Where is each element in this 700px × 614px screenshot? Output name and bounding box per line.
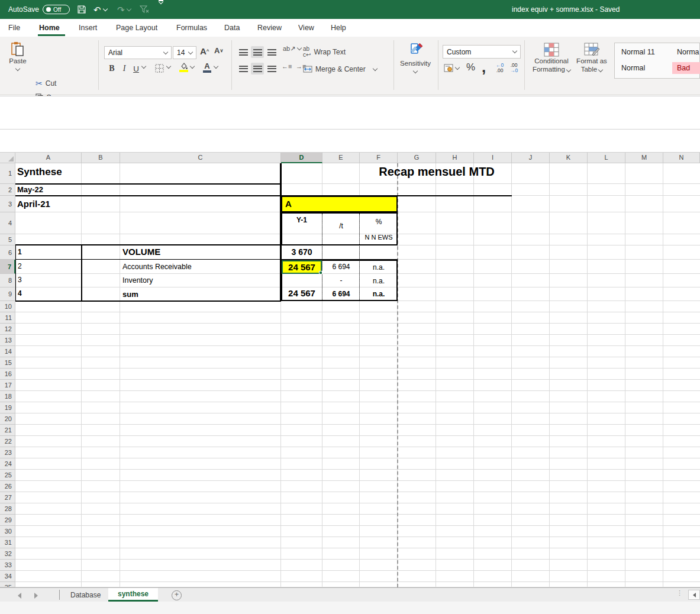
- paste-button[interactable]: Paste: [5, 41, 31, 70]
- row-header-14[interactable]: 14: [0, 346, 15, 357]
- sheet-tab-database[interactable]: Database: [61, 588, 110, 602]
- row-header-25[interactable]: 25: [0, 470, 15, 481]
- row-header-3[interactable]: 3: [0, 196, 15, 212]
- align-middle-button[interactable]: [251, 46, 264, 58]
- fill-color-menu[interactable]: [191, 66, 194, 68]
- row-header-23[interactable]: 23: [0, 447, 15, 458]
- cell-d9[interactable]: 24 567: [281, 288, 322, 298]
- decrease-indent-button[interactable]: ←≡: [282, 63, 292, 70]
- banner-title[interactable]: Recap mensuel MTD: [360, 165, 514, 179]
- row-header-24[interactable]: 24: [0, 458, 15, 470]
- next-sheet-arrow[interactable]: [34, 593, 38, 599]
- cell-f7[interactable]: n.a.: [360, 263, 398, 272]
- column-header-I[interactable]: I: [474, 153, 512, 163]
- cut-button[interactable]: ✂Cut: [36, 77, 56, 90]
- hscroll-left-arrow[interactable]: [688, 590, 700, 600]
- redo-button[interactable]: ↷: [117, 0, 131, 19]
- cell-c8[interactable]: Inventory: [122, 276, 153, 285]
- accounting-format-button[interactable]: [444, 64, 453, 72]
- cell-a1[interactable]: Synthese: [17, 166, 62, 178]
- tab-formulas[interactable]: Formulas: [175, 19, 208, 37]
- cell-a6[interactable]: 1: [18, 248, 22, 256]
- font-size-select[interactable]: 14: [173, 46, 196, 59]
- conditional-formatting-button[interactable]: Conditional Formatting: [530, 43, 573, 74]
- row-header-21[interactable]: 21: [0, 425, 15, 436]
- merge-center-button[interactable]: Merge & Center: [303, 63, 377, 76]
- row-header-20[interactable]: 20: [0, 413, 15, 425]
- row-header-6[interactable]: 6: [0, 245, 15, 260]
- tab-page-layout[interactable]: Page Layout: [115, 19, 159, 37]
- cell-c7[interactable]: Accounts Receivable: [122, 263, 192, 271]
- cell-f5[interactable]: N N EWS: [360, 234, 398, 241]
- cell-f4[interactable]: %: [360, 218, 398, 226]
- align-right-button[interactable]: [265, 63, 278, 75]
- row-header-4[interactable]: 4: [0, 212, 15, 234]
- underline-button[interactable]: U: [131, 63, 141, 75]
- row-header-34[interactable]: 34: [0, 571, 15, 582]
- comma-style-button[interactable]: ,: [482, 58, 486, 76]
- row-header-28[interactable]: 28: [0, 503, 15, 515]
- align-top-button[interactable]: [237, 46, 250, 58]
- align-bottom-button[interactable]: [265, 46, 278, 58]
- accounting-format-menu[interactable]: [456, 67, 459, 69]
- borders-menu[interactable]: [167, 66, 170, 68]
- cell-c9[interactable]: sum: [122, 290, 138, 299]
- font-family-select[interactable]: Arial: [104, 46, 172, 59]
- add-sheet-button[interactable]: +: [172, 590, 182, 600]
- column-header-K[interactable]: K: [550, 153, 588, 163]
- bold-button[interactable]: B: [107, 63, 117, 75]
- cell-f9[interactable]: n.a.: [360, 290, 398, 298]
- prev-sheet-arrow[interactable]: [18, 593, 21, 599]
- align-center-button[interactable]: [251, 63, 264, 75]
- row-header-18[interactable]: 18: [0, 391, 15, 402]
- row-header-16[interactable]: 16: [0, 369, 15, 380]
- orientation-button[interactable]: ab↗: [283, 45, 301, 53]
- row-header-33[interactable]: 33: [0, 560, 15, 571]
- cell-e8[interactable]: -: [322, 276, 360, 285]
- row-header-8[interactable]: 8: [0, 274, 15, 287]
- clear-filter-button[interactable]: [140, 0, 149, 19]
- cell-e7[interactable]: 6 694: [322, 263, 360, 271]
- percent-style-button[interactable]: %: [466, 62, 475, 73]
- column-header-M[interactable]: M: [625, 153, 663, 163]
- grow-font-button[interactable]: A^: [200, 46, 209, 56]
- row-header-26[interactable]: 26: [0, 481, 15, 492]
- tab-review[interactable]: Review: [256, 19, 283, 37]
- row-header-31[interactable]: 31: [0, 537, 15, 548]
- cell-a9[interactable]: 4: [18, 289, 22, 298]
- style-bad[interactable]: Bad: [672, 62, 700, 74]
- save-button[interactable]: [77, 0, 86, 19]
- increase-decimal-button[interactable]: ←0.00: [496, 63, 504, 74]
- column-header-A[interactable]: A: [15, 153, 82, 163]
- column-header-G[interactable]: G: [398, 153, 436, 163]
- italic-button[interactable]: I: [120, 63, 129, 75]
- tab-insert[interactable]: Insert: [78, 19, 98, 37]
- tab-file[interactable]: File: [7, 19, 21, 37]
- cell-d6[interactable]: 3 670: [281, 247, 322, 257]
- style-normal-11[interactable]: Normal 11: [617, 46, 660, 58]
- column-header-D[interactable]: D: [281, 153, 322, 163]
- row-header-29[interactable]: 29: [0, 515, 15, 526]
- column-header-E[interactable]: E: [322, 153, 360, 163]
- fill-color-button[interactable]: [179, 63, 188, 72]
- row-header-12[interactable]: 12: [0, 324, 15, 335]
- row-header-22[interactable]: 22: [0, 436, 15, 447]
- font-color-button[interactable]: A: [203, 62, 211, 73]
- column-header-L[interactable]: L: [588, 153, 625, 163]
- cell-d4[interactable]: Y-1: [281, 216, 322, 224]
- row-header-7[interactable]: 7: [0, 260, 15, 274]
- undo-button[interactable]: ↶: [93, 0, 107, 19]
- cell-a2[interactable]: May-22: [17, 185, 43, 194]
- shrink-font-button[interactable]: A∨: [214, 46, 223, 55]
- column-header-F[interactable]: F: [360, 153, 398, 163]
- column-header-H[interactable]: H: [436, 153, 474, 163]
- cell-c6[interactable]: VOLUME: [122, 247, 160, 257]
- cell-f8[interactable]: n.a.: [360, 277, 398, 285]
- tab-view[interactable]: View: [297, 19, 315, 37]
- row-header-5[interactable]: 5: [0, 234, 15, 245]
- row-header-13[interactable]: 13: [0, 335, 15, 346]
- row-header-17[interactable]: 17: [0, 380, 15, 391]
- column-header-C[interactable]: C: [120, 153, 281, 163]
- wrap-text-button[interactable]: abc↩ Wrap Text: [303, 46, 346, 59]
- align-left-button[interactable]: [237, 63, 250, 75]
